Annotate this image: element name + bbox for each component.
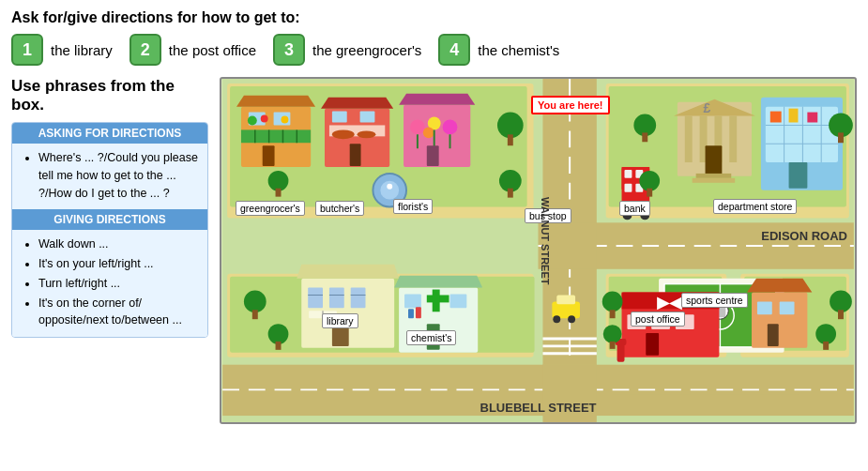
svg-rect-35 [332,112,347,123]
svg-rect-95 [450,294,467,308]
svg-rect-111 [676,314,694,329]
svg-rect-77 [807,113,817,123]
svg-rect-143 [610,342,616,349]
svg-rect-152 [556,295,575,304]
svg-rect-87 [332,318,349,346]
svg-point-44 [443,120,458,135]
svg-marker-80 [297,265,399,279]
svg-rect-98 [416,307,421,318]
svg-rect-49 [427,145,439,166]
svg-rect-135 [838,132,844,143]
label-4: the chemist's [478,42,559,58]
label-2: the post office [169,42,256,58]
svg-rect-123 [508,189,513,198]
svg-rect-137 [838,310,844,319]
badge-1: 1 [11,34,43,66]
numbered-items-row: 1 the library 2 the post office 3 the gr… [11,34,857,66]
svg-rect-127 [252,310,258,319]
svg-rect-96 [427,324,440,350]
svg-rect-7 [542,222,596,268]
svg-point-146 [387,184,392,190]
svg-rect-52 [624,170,632,178]
svg-point-142 [603,325,622,343]
badge-3: 3 [273,34,305,66]
svg-point-140 [602,292,623,312]
svg-rect-112 [646,333,659,356]
giving-phrase-2: It's on your left/right ... [38,255,200,273]
svg-rect-121 [508,134,513,145]
asking-content: Where's ... ?/Could you please tell me h… [12,144,207,209]
svg-rect-66 [696,174,732,178]
svg-rect-76 [789,109,799,123]
svg-rect-113 [617,343,625,362]
svg-point-42 [410,120,425,135]
svg-rect-28 [263,145,275,166]
giving-phrase-4: It's on the corner of/ opposite/next to/… [38,295,200,330]
svg-rect-8 [542,365,596,416]
label-3: the greengrocer's [312,42,421,58]
item-3: 3 the greengrocer's [273,34,421,66]
left-panel: Use phrases from the box. ASKING FOR DIR… [11,77,208,338]
svg-rect-139 [823,342,829,350]
svg-rect-131 [642,132,647,142]
svg-text:£: £ [704,100,711,115]
item-2: 2 the post office [129,34,256,66]
map-container: £ [220,77,857,424]
instruction-text: Ask for/give directions for how to get t… [11,9,300,25]
svg-point-120 [497,113,524,139]
svg-rect-59 [685,116,693,162]
svg-rect-119 [768,324,779,346]
svg-marker-116 [747,279,812,293]
svg-marker-33 [321,98,393,109]
svg-rect-109 [627,314,646,329]
svg-point-128 [268,324,289,344]
main-content: Use phrases from the box. ASKING FOR DIR… [11,77,857,424]
svg-rect-110 [651,314,670,329]
svg-point-126 [244,291,266,313]
giving-phrase-3: Turn left/right ... [38,275,200,293]
svg-rect-36 [360,112,375,123]
svg-point-31 [281,116,288,124]
svg-rect-115 [752,293,807,348]
svg-point-124 [268,171,289,191]
svg-point-29 [248,116,257,126]
map-svg: £ [221,79,855,422]
svg-marker-91 [394,276,482,288]
svg-point-38 [332,129,355,139]
svg-rect-94 [404,294,421,308]
svg-point-153 [553,315,560,323]
svg-marker-41 [399,94,475,105]
svg-rect-82 [329,288,344,309]
main-instruction: Ask for/give directions for how to get t… [11,9,857,26]
svg-rect-81 [308,288,323,309]
svg-rect-117 [757,301,772,314]
svg-rect-118 [780,301,795,314]
svg-rect-133 [647,189,652,197]
giving-content: Walk down ... It's on your left/right ..… [12,230,207,337]
svg-point-136 [830,291,852,313]
svg-rect-141 [610,310,616,318]
svg-rect-106 [622,293,720,310]
svg-point-30 [261,115,268,123]
svg-point-57 [640,210,649,220]
svg-rect-155 [613,394,799,415]
svg-rect-62 [729,116,737,162]
asking-phrase-1: Where's ... ?/Could you please tell me h… [38,149,200,202]
badge-4: 4 [438,34,470,66]
use-phrases-label: Use phrases from the box. [11,77,208,114]
svg-rect-93 [433,290,440,312]
badge-2: 2 [129,34,161,66]
svg-point-56 [623,210,632,220]
giving-phrase-1: Walk down ... [38,236,200,253]
svg-rect-78 [789,162,808,189]
svg-rect-54 [624,184,632,192]
item-4: 4 the chemist's [438,34,559,66]
item-1: 1 the library [11,34,113,66]
label-1: the library [51,42,113,58]
svg-point-132 [639,171,660,191]
giving-header: GIVING DIRECTIONS [12,209,207,230]
svg-point-39 [358,130,376,138]
svg-rect-129 [276,342,282,350]
svg-rect-83 [351,288,366,309]
svg-point-45 [423,127,434,138]
